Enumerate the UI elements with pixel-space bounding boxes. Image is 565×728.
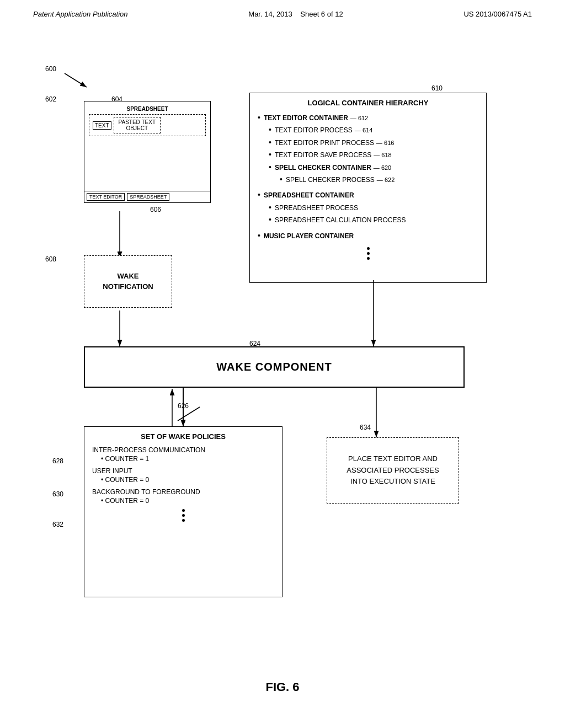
item-spell-checker-process: SPELL CHECKER PROCESS [286, 175, 375, 185]
text-label-small: TEXT [93, 121, 111, 130]
screen-outer-box: SPREADSHEET TEXT PASTED TEXT OBJECT TEXT… [84, 101, 211, 203]
policies-box: SET OF WAKE POLICIES 628 INTER-PROCESS C… [84, 426, 282, 597]
item-text-editor-print: TEXT EDITOR PRINT PROCESS [275, 138, 374, 148]
wake-notification-box: WAKE NOTIFICATION [84, 255, 172, 308]
execution-box: PLACE TEXT EDITOR AND ASSOCIATED PROCESS… [327, 437, 459, 504]
header-date-sheet: Mar. 14, 2013 Sheet 6 of 12 [248, 10, 343, 18]
policy-bg-label: BACKGROUND TO FOREGROUND [92, 488, 274, 496]
item-spreadsheet-calc: SPREADSHEET CALCULATION PROCESS [275, 215, 406, 226]
item-spell-checker-container: SPELL CHECKER CONTAINER [275, 163, 371, 173]
pasted-text-box: PASTED TEXT OBJECT [114, 117, 161, 133]
ref-610: 610 [431, 84, 443, 92]
hierarchy-list: • TEXT EDITOR CONTAINER — 612 •TEXT EDIT… [258, 111, 478, 242]
wake-component-title: WAKE COMPONENT [216, 361, 332, 373]
figure-label: FIG. 6 [0, 680, 565, 694]
item-spreadsheet-container: SPREADSHEET CONTAINER [264, 190, 354, 201]
item-text-editor-process: TEXT EDITOR PROCESS [275, 125, 353, 136]
wake-notification-title: WAKE NOTIFICATION [103, 271, 153, 291]
policy-ipc-label: INTER-PROCESS COMMUNICATION [92, 446, 274, 454]
taskbar: TEXT EDITOR SPREADSHEET [84, 191, 210, 202]
ref-632: 632 [52, 521, 63, 528]
policy-userinput-label: USER INPUT [92, 467, 274, 475]
item-music-player-container: MUSIC PLAYER CONTAINER [264, 231, 354, 242]
execution-text: PLACE TEXT EDITOR AND ASSOCIATED PROCESS… [347, 453, 439, 488]
ref-606: 606 [150, 206, 161, 213]
policy-ipc-counter: • COUNTER = 1 [101, 455, 274, 463]
ref-602: 602 [45, 95, 56, 103]
page-header: Patent Application Publication Mar. 14, … [0, 0, 565, 24]
ref-626: 626 [178, 402, 189, 410]
policies-title: SET OF WAKE POLICIES [92, 432, 274, 441]
spreadsheet-label: SPREADSHEET [84, 106, 210, 112]
hierarchy-title: LOGICAL CONTAINER HIERARCHY [258, 99, 478, 107]
item-spreadsheet-process: SPREADSHEET PROCESS [275, 203, 358, 213]
text-editor-tab: TEXT EDITOR [87, 193, 125, 201]
policy-userinput-counter: • COUNTER = 0 [101, 476, 274, 484]
header-patent-number: US 2013/0067475 A1 [463, 10, 532, 18]
ref-608: 608 [45, 255, 56, 263]
diagram-area: 600 602 604 SPREADSHEET TEXT PASTED TEXT… [34, 40, 531, 675]
ref-634: 634 [360, 424, 371, 431]
header-publication-type: Patent Application Publication [33, 10, 128, 18]
item-text-editor-save: TEXT EDITOR SAVE PROCESS [275, 150, 371, 160]
item-text-editor-container: TEXT EDITOR CONTAINER [264, 113, 348, 124]
svg-line-2 [65, 73, 87, 87]
ref-630: 630 [52, 490, 63, 498]
ref-600: 600 [45, 65, 56, 73]
spreadsheet-tab: SPREADSHEET [127, 193, 169, 201]
hierarchy-box: LOGICAL CONTAINER HIERARCHY • TEXT EDITO… [249, 93, 487, 283]
ref-612-inline: — 612 [350, 114, 368, 124]
policy-bg-counter: • COUNTER = 0 [101, 497, 274, 505]
policies-dots [92, 509, 274, 522]
wake-component-box: WAKE COMPONENT [84, 346, 465, 388]
ref-628: 628 [52, 457, 63, 465]
hierarchy-dots [258, 247, 478, 260]
